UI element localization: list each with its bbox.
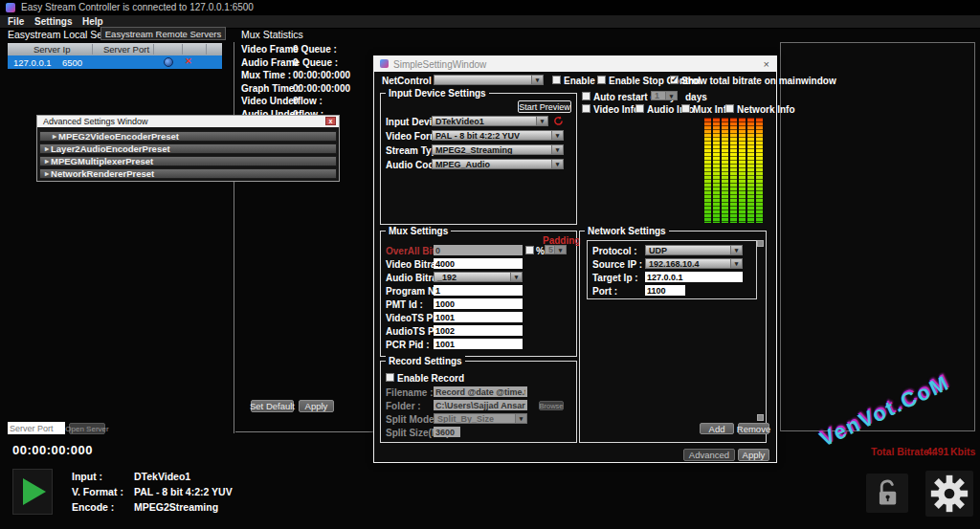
chevron-down-icon[interactable] bbox=[551, 160, 563, 168]
settings-gear-button[interactable] bbox=[925, 471, 973, 517]
split-mode-dropdown[interactable]: Split_By_Size bbox=[434, 413, 527, 424]
split-size-field[interactable] bbox=[434, 427, 460, 437]
setting-window-titlebar[interactable]: SimpleSettingWindow × bbox=[374, 56, 776, 72]
advanced-button[interactable]: Advanced bbox=[683, 449, 735, 461]
play-button[interactable] bbox=[12, 469, 53, 515]
setting-window-title: SimpleSettingWindow bbox=[393, 59, 486, 70]
input-info-label: Input : bbox=[72, 472, 102, 482]
scroll-down-icon[interactable] bbox=[757, 414, 764, 421]
video-bitrate-field[interactable] bbox=[434, 258, 523, 269]
input-device-value: DTekVideo1 bbox=[435, 117, 484, 126]
stream-type-dropdown[interactable]: MPEG2_Streaming bbox=[432, 144, 564, 155]
network-info-label: Network Info bbox=[737, 104, 795, 115]
auto-restart-days-spinner[interactable]: 1 bbox=[651, 91, 678, 100]
enable-record-checkbox[interactable] bbox=[386, 373, 394, 382]
stat-label: Graph Time : bbox=[241, 83, 301, 94]
port-field[interactable] bbox=[645, 285, 685, 296]
program-no-field[interactable] bbox=[434, 285, 523, 296]
format-info-label: V. Format : bbox=[72, 487, 123, 497]
input-device-dropdown[interactable]: DTekVideo1 bbox=[432, 116, 548, 126]
unlock-button[interactable] bbox=[866, 474, 908, 513]
input-info-value: DTekVideo1 bbox=[134, 472, 190, 482]
enable-stop-checkbox[interactable] bbox=[597, 76, 606, 84]
videots-pid-field[interactable] bbox=[434, 312, 523, 322]
chevron-down-icon[interactable] bbox=[531, 76, 543, 84]
preset-layer2-audio-encoder[interactable]: Layer2AudioEncoderPreset bbox=[39, 143, 337, 154]
overall-bitrate-field[interactable] bbox=[434, 245, 523, 255]
remove-button[interactable]: Remove bbox=[738, 423, 769, 434]
mux-statistics-title: Mux Statistics bbox=[241, 30, 303, 40]
target-ip-field[interactable] bbox=[645, 272, 743, 282]
chevron-down-icon[interactable] bbox=[536, 117, 547, 125]
preset-mpeg2-video-encoder[interactable]: MPEG2VideoEncoderPreset bbox=[39, 131, 337, 142]
chevron-down-icon[interactable] bbox=[515, 414, 526, 423]
chevron-down-icon[interactable] bbox=[730, 246, 742, 254]
preset-mpeg-multiplexer[interactable]: MPEGMultiplexerPreset bbox=[39, 156, 337, 166]
show-bitrate-checkbox[interactable] bbox=[670, 76, 679, 84]
menu-help[interactable]: Help bbox=[82, 16, 103, 27]
window-title: Easy Stream Controller is connected to 1… bbox=[21, 2, 254, 12]
stat-value: 00:00:00:000 bbox=[293, 70, 350, 80]
preset-network-renderer[interactable]: NetworkRendererPreset bbox=[39, 168, 337, 179]
set-default-button[interactable]: Set Default bbox=[251, 400, 294, 412]
chevron-down-icon[interactable] bbox=[551, 145, 563, 154]
protocol-dropdown[interactable]: UDP bbox=[645, 245, 743, 255]
chevron-down-icon[interactable] bbox=[665, 92, 677, 99]
menu-file[interactable]: File bbox=[8, 16, 24, 27]
delete-icon[interactable]: ✕ bbox=[185, 56, 192, 66]
column-server-ip[interactable]: Server Ip bbox=[33, 44, 71, 55]
vu-meter-bar bbox=[730, 118, 737, 223]
chevron-down-icon[interactable] bbox=[551, 131, 563, 140]
port-label: Port : bbox=[592, 286, 617, 297]
menu-settings[interactable]: Settings bbox=[34, 16, 72, 27]
vu-meter-bar bbox=[704, 118, 711, 223]
network-info-checkbox[interactable] bbox=[725, 104, 734, 113]
video-info-checkbox[interactable] bbox=[582, 104, 590, 113]
audio-codec-dropdown[interactable]: MPEG_Audio bbox=[432, 159, 564, 169]
overall-percent-checkbox[interactable] bbox=[525, 246, 534, 254]
apply-button[interactable]: Apply bbox=[738, 449, 769, 461]
server-ip-cell: 127.0.0.1 bbox=[13, 57, 52, 68]
chevron-down-icon[interactable] bbox=[554, 246, 566, 253]
chevron-down-icon[interactable] bbox=[730, 259, 742, 268]
padding-spinner[interactable]: 5 bbox=[545, 245, 567, 254]
column-server-port[interactable]: Server Port bbox=[103, 44, 149, 55]
audio-bitrate-dropdown[interactable]: _192 bbox=[434, 272, 523, 282]
tab-remote-servers[interactable]: Easystream Remote Servers bbox=[100, 27, 226, 40]
gear-icon bbox=[930, 474, 969, 513]
source-ip-dropdown[interactable]: 192.168.10.4 bbox=[645, 258, 743, 269]
record-settings-title: Record Settings bbox=[386, 356, 465, 366]
vu-meter-bar bbox=[747, 118, 754, 223]
open-server-button[interactable]: Open Server bbox=[69, 423, 105, 434]
audiots-pid-field[interactable] bbox=[434, 325, 523, 336]
enable-record-label: Enable Record bbox=[397, 373, 464, 384]
filename-field[interactable] bbox=[434, 386, 527, 397]
folder-field[interactable] bbox=[434, 400, 527, 410]
advanced-window-titlebar[interactable]: Advanced Settings Window x bbox=[37, 116, 339, 127]
auto-restart-days-value: 1 bbox=[655, 91, 659, 100]
scroll-up-icon[interactable] bbox=[757, 240, 764, 247]
server-table-row[interactable]: 127.0.0.1 6500 ✕ bbox=[8, 55, 222, 69]
start-preview-button[interactable]: Start Preview bbox=[518, 100, 571, 113]
add-button[interactable]: Add bbox=[700, 423, 734, 434]
auto-restart-checkbox[interactable] bbox=[582, 92, 590, 100]
pcr-pid-field[interactable] bbox=[434, 339, 523, 349]
connect-icon[interactable] bbox=[164, 57, 173, 67]
graph-panel bbox=[780, 42, 975, 431]
apply-button-panel[interactable]: Apply bbox=[299, 400, 334, 412]
browse-button[interactable]: Browse bbox=[539, 401, 564, 410]
netcontrol-dropdown[interactable] bbox=[434, 75, 544, 85]
stat-value: 0 bbox=[293, 44, 299, 55]
video-info-label: Video Info bbox=[593, 104, 639, 115]
close-icon[interactable]: × bbox=[764, 58, 769, 70]
pmt-id-field[interactable] bbox=[434, 298, 523, 309]
enable-checkbox[interactable] bbox=[552, 76, 561, 84]
server-port-input[interactable] bbox=[8, 422, 65, 434]
chevron-down-icon[interactable] bbox=[510, 273, 522, 281]
audio-info-checkbox[interactable] bbox=[635, 104, 644, 113]
protocol-value: UDP bbox=[649, 246, 667, 255]
close-icon[interactable]: x bbox=[325, 117, 336, 125]
video-format-dropdown[interactable]: PAL - 8 bit 4:2:2 YUV bbox=[432, 130, 564, 141]
refresh-devices-icon[interactable] bbox=[553, 116, 564, 126]
mux-info-checkbox[interactable] bbox=[681, 104, 690, 113]
